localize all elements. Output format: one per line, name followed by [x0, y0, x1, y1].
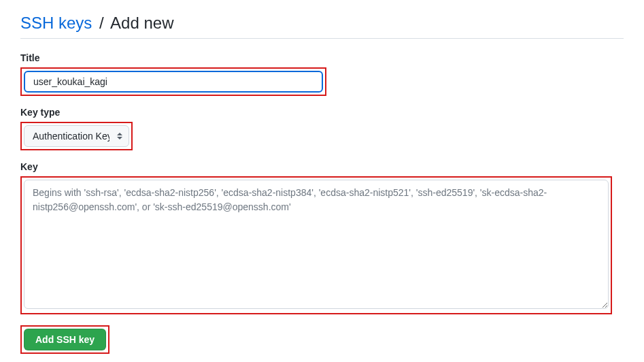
breadcrumb: SSH keys / Add new [20, 14, 624, 39]
title-label: Title [20, 52, 624, 63]
keytype-highlight: Authentication Key [20, 122, 133, 150]
keytype-label: Key type [20, 107, 624, 118]
key-textarea[interactable] [24, 180, 609, 309]
title-input[interactable] [24, 71, 323, 93]
breadcrumb-separator: / [99, 14, 104, 32]
key-label: Key [20, 161, 612, 172]
submit-row: Add SSH key [20, 325, 624, 354]
add-ssh-key-button[interactable]: Add SSH key [24, 329, 106, 350]
key-group: Key [20, 161, 612, 314]
title-group: Title [20, 52, 624, 96]
keytype-group: Key type Authentication Key [20, 107, 624, 150]
keytype-select-wrapper: Authentication Key [24, 125, 129, 147]
key-highlight [20, 176, 612, 314]
title-highlight [20, 67, 326, 96]
breadcrumb-ssh-keys-link[interactable]: SSH keys [20, 14, 92, 32]
keytype-select[interactable]: Authentication Key [24, 125, 129, 147]
breadcrumb-current: Add new [110, 14, 173, 32]
submit-highlight: Add SSH key [20, 325, 109, 354]
